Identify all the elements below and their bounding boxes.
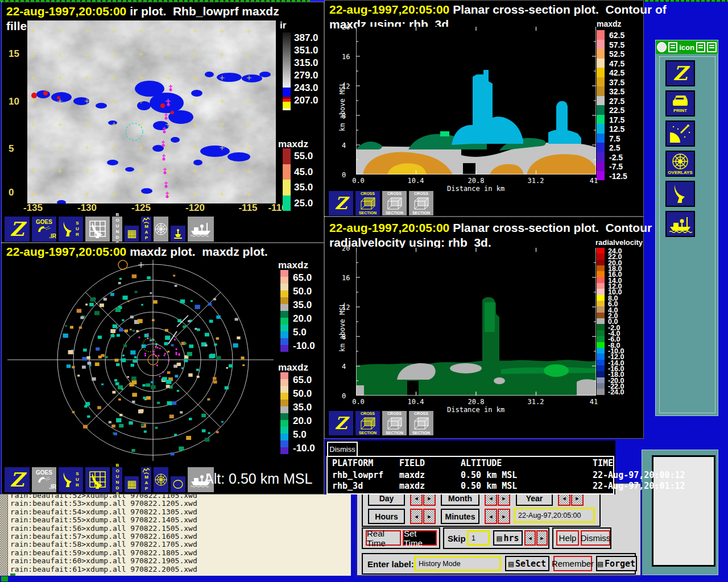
radar-grid-button[interactable] <box>85 467 110 493</box>
radar-ppi-display[interactable] <box>6 259 274 462</box>
tick-label: 12 <box>342 304 350 311</box>
ship-platform-button[interactable] <box>665 211 695 237</box>
satellite-image[interactable] <box>27 20 276 203</box>
reflectivity-cell <box>110 293 114 296</box>
skip-back-spinner[interactable]: ◄ <box>524 530 536 546</box>
cross-section-button[interactable]: CROSS SECTION <box>408 410 434 436</box>
tick-label: 5.0 <box>293 429 307 440</box>
polar-grid-button[interactable] <box>153 216 169 242</box>
zeb-menu-button[interactable]: Z <box>4 467 30 493</box>
ppi-colorbar2-swatches <box>280 372 288 454</box>
xs1-colorbar-swatches <box>597 30 605 180</box>
minutes-increment-spinner[interactable]: ► <box>498 509 510 524</box>
sur-radar-button[interactable]: SUR <box>58 216 84 242</box>
colorbar-swatch <box>280 427 288 434</box>
grid-button[interactable]: ▦ <box>124 225 139 242</box>
tick-label: 50.0 <box>293 286 312 297</box>
reflectivity-cell <box>129 421 133 425</box>
terminal-scrollbar[interactable] <box>0 494 8 576</box>
icon-window-titlebar[interactable]: icon <box>656 40 718 54</box>
reflectivity-cell <box>189 344 193 348</box>
maxdz-cross-section-plot[interactable] <box>356 27 596 174</box>
reflectivity-cell <box>83 425 88 429</box>
dismiss-button[interactable]: Dismiss <box>327 442 358 457</box>
reflectivity-cell <box>77 375 80 376</box>
window-minimize-icon[interactable] <box>696 42 706 52</box>
bounds-button[interactable]: BOUNDS <box>111 467 123 493</box>
colorbar-swatch <box>597 30 605 40</box>
radialvelocity-cross-section-plot[interactable] <box>356 248 596 396</box>
ir-colorbar-blocks <box>283 88 291 110</box>
reflectivity-cell <box>166 385 170 388</box>
reflectivity-cell <box>237 336 240 339</box>
grid-button[interactable]: ▦ <box>124 476 139 493</box>
reflectivity-cell <box>197 376 200 378</box>
skip-units-button[interactable]: ▤hrs <box>493 530 523 546</box>
minutes-button[interactable]: Minutes <box>441 509 479 524</box>
reflectivity-cell <box>188 320 191 322</box>
zeb-main-menu-button[interactable]: Z <box>665 60 695 86</box>
cross-section-button[interactable]: CROSS SECTION <box>382 410 407 436</box>
label-field[interactable]: History Mode <box>414 556 501 571</box>
reflectivity-cell <box>233 343 238 347</box>
map-button[interactable]: MAP <box>140 216 152 242</box>
ellipse-button[interactable] <box>170 476 186 493</box>
cube-icon <box>360 197 376 210</box>
set-time-button[interactable]: Set Time <box>403 530 437 546</box>
ship-button[interactable] <box>187 216 214 242</box>
colorbar-swatch <box>597 134 605 143</box>
platform-column-header: FIELD <box>399 458 461 469</box>
tick-label: 0 <box>342 392 346 400</box>
select-button[interactable]: ▤Select <box>505 556 549 571</box>
colorbar-swatch <box>280 304 288 311</box>
skip-forward-spinner[interactable]: ► <box>536 530 548 546</box>
help-button[interactable]: Help <box>556 530 579 546</box>
minutes-decrement-spinner[interactable]: ◄ <box>485 509 497 524</box>
ir-plot-panel: 22-aug-1997,20:05:00 ir plot. Rhb_lowprf… <box>1 2 324 243</box>
terminal-line: rain:beaufait:60>xdump.all 970822.1905.x… <box>10 557 197 565</box>
cross-section-button-active[interactable]: CROSS SECTION <box>355 410 380 436</box>
goes-ir-button[interactable]: GOES .IR <box>31 216 57 242</box>
window-restore-icon[interactable] <box>707 42 717 52</box>
map-button[interactable]: MAP <box>140 467 152 493</box>
time-value-field[interactable]: 22-Aug-97,20:05:00 <box>514 508 595 523</box>
forget-button[interactable]: ▤Forget <box>596 556 637 571</box>
sur-radar-button[interactable]: SUR <box>58 467 84 493</box>
print-button[interactable]: PRINT <box>665 90 695 117</box>
reflectivity-cell <box>115 382 119 385</box>
reflectivity-cell <box>113 325 117 329</box>
hours-increment-spinner[interactable]: ► <box>423 509 436 524</box>
reflectivity-cell <box>133 359 137 363</box>
reflectivity-cell <box>131 377 136 381</box>
cross-section-button-active[interactable]: CROSS SECTION <box>355 190 380 216</box>
hours-button[interactable]: Hours <box>368 509 405 524</box>
reflectivity-cell <box>85 304 88 305</box>
cross-section-button[interactable]: CROSS SECTION <box>382 190 407 216</box>
radar-grid-button[interactable] <box>85 216 110 242</box>
real-time-button[interactable]: Real Time <box>366 530 401 546</box>
polar-grid-button[interactable] <box>153 467 169 493</box>
radar-button[interactable] <box>665 181 695 207</box>
window-menu-icon[interactable] <box>657 42 667 52</box>
remember-button[interactable]: Remember <box>553 556 592 571</box>
zeb-menu-button[interactable]: Z <box>328 190 354 216</box>
reflectivity-cell <box>141 424 144 426</box>
goes-ir-button[interactable]: GOES .IR <box>31 467 57 493</box>
bounds-button[interactable]: BOUNDS <box>111 216 123 242</box>
tick-label: 4 <box>342 363 346 371</box>
reflectivity-cell <box>181 367 184 369</box>
zeb-menu-button[interactable]: Z <box>4 216 30 242</box>
colorbar-swatch <box>280 325 288 331</box>
skip-value-field[interactable]: 1 <box>467 530 490 546</box>
satellite-view-button[interactable] <box>665 120 695 147</box>
hours-decrement-spinner[interactable]: ◄ <box>410 509 423 524</box>
reflectivity-cell <box>183 326 186 329</box>
colorbar-swatch <box>597 105 605 115</box>
cross-section-button[interactable]: CROSS SECTION <box>408 190 434 216</box>
dismiss-button[interactable]: Dismiss <box>581 530 610 546</box>
terminal-window[interactable]: rain:beaufait:52>xdump.all 970822.1105.x… <box>0 494 351 576</box>
window-list-icon[interactable] <box>668 42 678 52</box>
zeb-menu-button[interactable]: Z <box>328 410 354 436</box>
buoy-button[interactable] <box>170 225 186 242</box>
overlays-button[interactable]: OVERLAYS <box>665 151 695 177</box>
